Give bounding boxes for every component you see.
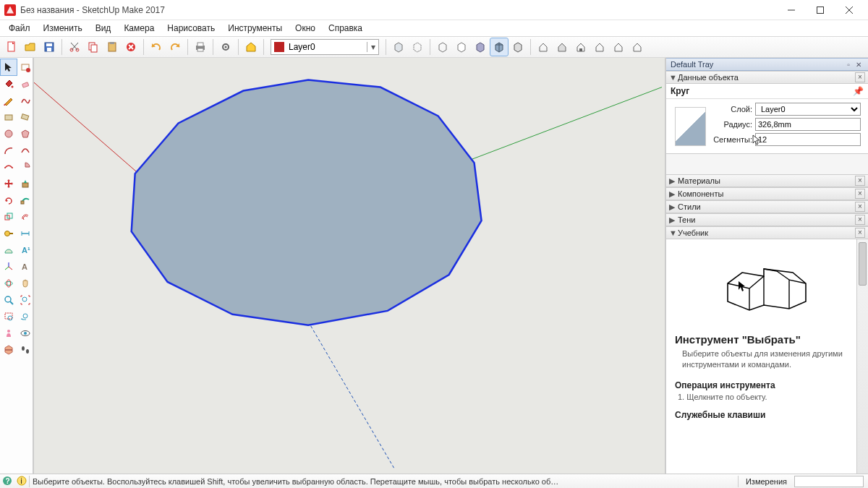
panel-close-button[interactable]: × [855,189,865,199]
style-wireframe-button[interactable] [434,38,451,56]
style-xray-button[interactable] [390,38,407,56]
undo-button[interactable] [148,38,165,56]
new-file-button[interactable] [3,38,20,56]
select-tool[interactable] [1,59,17,75]
entity-pin-icon[interactable]: 📌 [853,86,864,96]
redo-button[interactable] [166,38,184,56]
tray-header[interactable]: Default Tray ▫ ✕ [666,58,868,71]
panel-materials-header[interactable]: ▶ Материалы × [666,174,868,187]
dimension-tool[interactable] [17,226,33,241]
arc2-tool[interactable] [17,142,33,158]
help-icon[interactable]: ? [0,476,14,487]
panel-close-button[interactable]: × [855,215,865,225]
menu-help[interactable]: Справка [323,22,368,35]
paint-bucket-tool[interactable] [1,76,17,92]
delete-button[interactable] [122,38,140,56]
style-shaded-button[interactable] [472,38,489,56]
save-button[interactable] [41,38,58,56]
follow-me-tool[interactable] [17,192,33,208]
panel-shadows-header[interactable]: ▶ Тени × [666,213,868,226]
polygon-tool[interactable] [17,126,33,142]
view-left-button[interactable] [629,38,646,56]
layer-select[interactable]: Layer0 [755,103,861,116]
pan-tool[interactable] [17,275,33,291]
panel-entity-info-header[interactable]: ▼ Данные объекта × [666,71,868,84]
panel-close-button[interactable]: × [855,72,865,82]
view-top-button[interactable] [553,38,571,56]
layer-combo[interactable]: ▾ [271,39,379,55]
maximize-button[interactable] [806,1,835,19]
layer-combo-input[interactable] [287,41,367,53]
menu-camera[interactable]: Камера [118,22,160,35]
copy-button[interactable] [85,38,102,56]
menu-file[interactable]: Файл [3,22,36,35]
style-textured-button[interactable] [490,38,508,56]
circle-tool[interactable] [1,126,17,142]
panel-close-button[interactable]: × [855,176,865,186]
menu-view[interactable]: Вид [90,22,117,35]
menu-draw[interactable]: Нарисовать [161,22,221,35]
rotated-rect-tool[interactable] [17,109,33,125]
view-front-button[interactable] [572,38,590,56]
chevron-down-icon[interactable]: ▾ [367,42,378,52]
paste-button[interactable] [103,38,121,56]
eraser-tool[interactable] [17,76,33,92]
panel-scrollbar[interactable] [856,239,868,474]
style-hidden-button[interactable] [453,38,470,56]
rotate-tool[interactable] [1,192,17,208]
position-camera-tool[interactable] [1,325,17,341]
tray-close-icon[interactable]: ✕ [854,59,864,69]
make-component-tool[interactable] [17,59,33,75]
walk-tool[interactable] [17,342,33,358]
text-tool[interactable]: A¹ [17,242,33,258]
warehouse-button[interactable] [242,38,260,56]
panel-close-button[interactable]: × [855,202,865,212]
view-iso-button[interactable] [535,38,552,56]
measurements-input[interactable] [794,476,864,487]
line-tool[interactable] [1,93,17,108]
radius-input[interactable] [755,118,861,131]
pie-tool[interactable] [17,159,33,175]
model-info-button[interactable] [217,38,234,56]
scale-tool[interactable] [1,209,17,225]
offset-tool[interactable] [17,209,33,225]
view-right-button[interactable] [591,38,608,56]
zoom-extents-tool[interactable] [17,292,33,308]
style-backedges-button[interactable] [409,38,426,56]
svg-text:i: i [21,477,22,485]
zoom-tool[interactable] [1,292,17,308]
panel-styles-header[interactable]: ▶ Стили × [666,200,868,213]
print-button[interactable] [192,38,209,56]
section-tool[interactable] [1,342,17,358]
push-pull-tool[interactable] [17,176,33,192]
tape-tool[interactable] [1,226,17,241]
panel-close-button[interactable]: × [855,228,865,238]
freehand-tool[interactable] [17,93,33,108]
pin-icon[interactable]: ▫ [843,59,854,69]
panel-components-header[interactable]: ▶ Компоненты × [666,187,868,200]
look-around-tool[interactable] [17,325,33,341]
rectangle-tool[interactable] [1,109,17,125]
minimize-button[interactable] [777,1,806,19]
panel-instructor-header[interactable]: ▼ Учебник × [666,226,868,239]
arc3-tool[interactable] [1,159,17,175]
protractor-tool[interactable] [1,242,17,258]
axes-tool[interactable] [1,259,17,275]
close-button[interactable] [835,1,864,19]
style-mono-button[interactable] [509,38,527,56]
arc-tool[interactable] [1,142,17,158]
zoom-window-tool[interactable] [1,309,17,325]
segments-input[interactable] [755,133,861,146]
open-file-button[interactable] [22,38,39,56]
hint-tip-icon[interactable]: i [14,476,29,487]
menu-window[interactable]: Окно [289,22,321,35]
previous-view-tool[interactable] [17,309,33,325]
menu-edit[interactable]: Изменить [38,22,88,35]
menu-tools[interactable]: Инструменты [222,22,288,35]
orbit-tool[interactable] [1,275,17,291]
viewport[interactable] [33,58,665,474]
view-back-button[interactable] [610,38,627,56]
3dtext-tool[interactable]: A [17,259,33,275]
cut-button[interactable] [66,38,83,56]
move-tool[interactable] [1,176,17,192]
